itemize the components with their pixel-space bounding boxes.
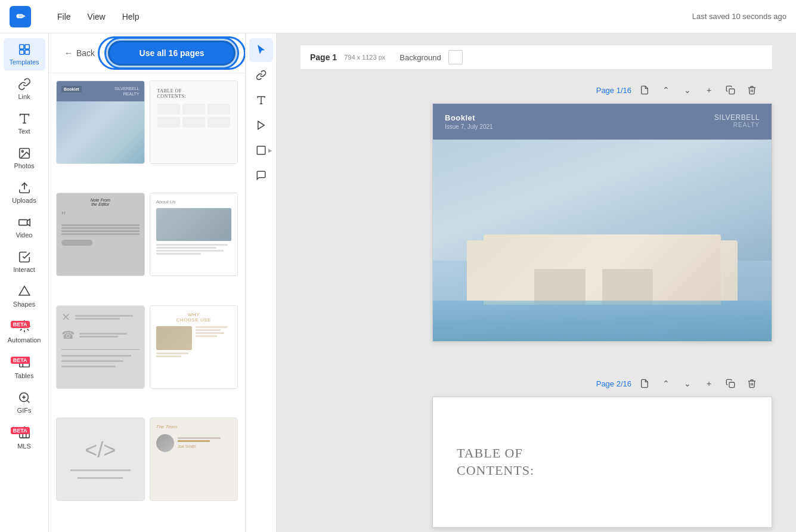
tool-link[interactable] xyxy=(249,63,273,87)
sidebar-item-link[interactable]: Link xyxy=(4,73,45,105)
shape-expand-icon: ▶ xyxy=(268,148,272,153)
thumb-abstract-shape: </> xyxy=(85,440,116,461)
thumb-why-line xyxy=(156,355,181,357)
template-thumb-about[interactable]: About Us xyxy=(150,193,239,276)
tool-embed[interactable] xyxy=(249,113,273,137)
page-header: Page 1 794 x 1123 px Background xyxy=(301,45,772,70)
tool-select[interactable] xyxy=(249,38,273,62)
thumb-toc-content: TABLE OFCONTENTS: xyxy=(150,81,238,163)
sidebar-label-shapes: Shapes xyxy=(13,301,35,308)
thumb-toc-title: TABLE OFCONTENTS: xyxy=(157,88,231,99)
template-thumb-services[interactable]: ✕ ☎ xyxy=(56,305,145,389)
page2-container: Page 2/16 ⌃ ⌄ + xyxy=(301,375,772,528)
thumb-service-line xyxy=(75,315,133,317)
sidebar-item-photos[interactable]: Photos xyxy=(4,142,45,174)
lounge-chair xyxy=(534,269,585,305)
thumb-about-title: About Us xyxy=(156,199,232,205)
template-thumb-toc[interactable]: TABLE OFCONTENTS: xyxy=(150,81,239,164)
thumb-toc-cell xyxy=(157,104,180,115)
sidebar-label-mls: MLS xyxy=(17,443,31,450)
pool-shape xyxy=(433,301,772,341)
page1-down-button[interactable]: ⌄ xyxy=(679,82,696,98)
thumb-booklet-label: Booklet xyxy=(61,86,82,92)
app-logo: ✏ xyxy=(10,6,31,27)
thumb-note-sig xyxy=(61,240,92,246)
page2-controls: Page 2/16 ⌃ ⌄ + xyxy=(596,375,760,392)
page1-duplicate-button[interactable] xyxy=(722,82,739,98)
page2-delete-button[interactable] xyxy=(744,375,760,392)
thumb-cover-content: Booklet SILVERBELLREALTY xyxy=(57,81,144,163)
sidebar-label-text: Text xyxy=(18,128,30,135)
sidebar-label-photos: Photos xyxy=(14,162,34,169)
page2-add-button[interactable]: + xyxy=(701,375,717,392)
sidebar-item-shapes[interactable]: Shapes xyxy=(4,280,45,313)
sidebar-item-gifs[interactable]: GIFs xyxy=(4,386,45,419)
template-thumb-abstract[interactable]: </> xyxy=(56,417,145,501)
thumb-service-line xyxy=(79,333,127,335)
thumb-cover-top: Booklet SILVERBELLREALTY xyxy=(57,81,144,101)
page1-num-label: Page 1/16 xyxy=(596,86,631,95)
thumb-why-col-left xyxy=(156,326,192,357)
use-all-pages-button[interactable]: Use all 16 pages xyxy=(108,41,236,66)
template-thumb-cover[interactable]: Booklet SILVERBELLREALTY xyxy=(56,81,145,164)
svg-rect-3 xyxy=(24,50,29,54)
thumb-service-line xyxy=(79,336,118,338)
template-thumb-team[interactable]: The Team Joe Smith xyxy=(150,417,239,501)
page1-hero-image xyxy=(433,140,772,341)
svg-rect-0 xyxy=(19,45,23,49)
page2-note-button[interactable] xyxy=(636,375,653,392)
sidebar-item-tables[interactable]: BETA Tables xyxy=(4,351,45,384)
thumb-team-line xyxy=(178,437,221,439)
tables-icon-wrap: BETA xyxy=(18,355,31,370)
tool-comment[interactable] xyxy=(249,163,273,187)
svg-rect-11 xyxy=(257,146,265,154)
menu-file[interactable]: File xyxy=(50,8,78,25)
sidebar-item-uploads[interactable]: Uploads xyxy=(4,177,45,209)
sidebar-item-text[interactable]: Text xyxy=(4,107,45,140)
sidebar-item-interact[interactable]: Interact xyxy=(4,246,45,278)
thumb-team-title: The Team xyxy=(156,424,232,429)
thumb-service-icon: ✕ xyxy=(61,311,70,324)
page2-down-button[interactable]: ⌄ xyxy=(679,375,696,392)
tool-text[interactable] xyxy=(249,88,273,112)
page1-add-button[interactable]: + xyxy=(701,82,717,98)
page1-delete-button[interactable] xyxy=(744,82,760,98)
page2-up-button[interactable]: ⌃ xyxy=(658,375,674,392)
sidebar-label-gifs: GIFs xyxy=(17,407,32,414)
thumb-about-line xyxy=(156,250,224,252)
tool-shape[interactable]: ▶ xyxy=(249,138,273,162)
automation-beta-badge: BETA xyxy=(11,321,30,328)
sidebar-item-templates[interactable]: Templates xyxy=(4,38,45,70)
page1-note-button[interactable] xyxy=(636,82,653,98)
thumb-service-line xyxy=(75,318,120,320)
template-thumb-why[interactable]: WHYCHOOSE USE xyxy=(150,305,239,389)
sidebar-item-mls[interactable]: BETA MLS xyxy=(4,421,45,454)
sidebar-item-video[interactable]: Video xyxy=(4,211,45,243)
back-button[interactable]: ← Back xyxy=(58,45,101,61)
thumb-abstract-line xyxy=(70,469,131,471)
thumb-toc-cell xyxy=(182,117,205,128)
page1-controls: Page 1/16 ⌃ ⌄ + xyxy=(596,82,760,98)
menu-help[interactable]: Help xyxy=(115,8,147,25)
sidebar-label-uploads: Uploads xyxy=(12,197,36,204)
canvas-page-1[interactable]: Booklet Issue 7, July 2021 SILVERBELL RE… xyxy=(432,103,772,342)
page2-duplicate-button[interactable] xyxy=(722,375,739,392)
canvas-page-2[interactable]: TABLE OF CONTENTS: xyxy=(432,397,772,528)
saved-status: Last saved 10 seconds ago xyxy=(692,12,786,21)
background-color-swatch[interactable] xyxy=(448,50,463,64)
templates-header: ← Back Use all 16 pages xyxy=(49,33,245,73)
sidebar-item-automation[interactable]: BETA Automation xyxy=(4,315,45,348)
svg-rect-2 xyxy=(19,50,23,54)
sidebar-label-video: Video xyxy=(16,231,33,239)
thumb-team-lines: Joe Smith xyxy=(178,437,232,449)
svg-marker-10 xyxy=(258,121,264,129)
thumb-services-content: ✕ ☎ xyxy=(57,306,144,388)
page-title: Page 1 xyxy=(310,52,337,62)
thumb-note-line xyxy=(61,233,140,235)
svg-rect-6 xyxy=(18,219,27,225)
thumb-about-line xyxy=(156,253,202,255)
template-thumb-note[interactable]: Note Fromthe Editor " xyxy=(56,193,145,276)
page1-up-button[interactable]: ⌃ xyxy=(658,82,674,98)
thumb-why-content: WHYCHOOSE USE xyxy=(150,306,238,388)
menu-view[interactable]: View xyxy=(80,8,113,25)
